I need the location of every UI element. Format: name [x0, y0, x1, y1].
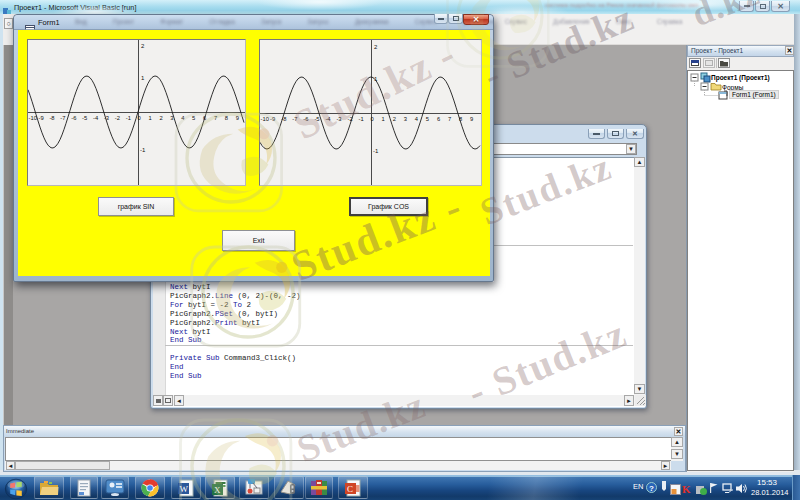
svg-text:4: 4: [415, 116, 419, 122]
svg-text:-3: -3: [336, 116, 341, 122]
svg-text:2: 2: [159, 115, 162, 121]
svg-text:-2: -2: [348, 116, 353, 122]
svg-text:-1: -1: [359, 116, 364, 122]
svg-text:-4: -4: [93, 115, 99, 121]
svg-text:-3: -3: [104, 115, 109, 121]
svg-text:6: 6: [437, 116, 440, 122]
svg-text:3: 3: [404, 116, 407, 122]
svg-text:-10: -10: [29, 115, 37, 121]
svg-text:2: 2: [393, 116, 396, 122]
svg-text:1: 1: [148, 115, 151, 121]
svg-text:1: 1: [141, 75, 145, 81]
svg-text:-5: -5: [314, 116, 319, 122]
svg-text:-9: -9: [39, 115, 44, 121]
svg-text:-1: -1: [126, 115, 131, 121]
svg-text:2: 2: [141, 43, 145, 49]
svg-text:-2: -2: [115, 115, 120, 121]
svg-text:9: 9: [470, 116, 473, 122]
svg-text:-4: -4: [325, 116, 331, 122]
svg-text:?: ?: [649, 484, 654, 493]
svg-text:1: 1: [374, 76, 378, 82]
svg-text:5: 5: [426, 116, 429, 122]
svg-text:-6: -6: [71, 115, 76, 121]
svg-text:8: 8: [459, 116, 462, 122]
svg-text:-7: -7: [292, 116, 297, 122]
svg-text:7: 7: [448, 116, 451, 122]
svg-text:1: 1: [382, 116, 385, 122]
svg-text:0: 0: [138, 115, 141, 121]
svg-text:-7: -7: [60, 115, 65, 121]
svg-text:2: 2: [374, 44, 378, 50]
svg-text:-5: -5: [82, 115, 87, 121]
svg-text:C: C: [347, 484, 353, 494]
svg-text:0: 0: [371, 116, 374, 122]
svg-text:-1: -1: [373, 148, 379, 154]
svg-text:-6: -6: [303, 116, 308, 122]
svg-text:-1: -1: [140, 147, 146, 153]
svg-text:-8: -8: [49, 115, 54, 121]
